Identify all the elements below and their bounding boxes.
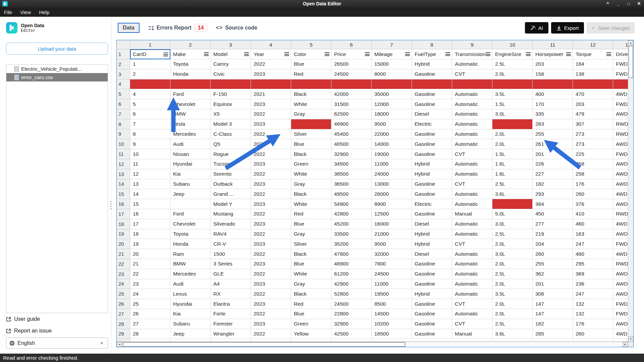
column-menu-icon[interactable] — [566, 52, 571, 56]
vertical-scroll-thumb[interactable] — [629, 46, 633, 78]
cell[interactable]: 19500 — [372, 289, 412, 299]
cell[interactable]: 3.0L — [492, 219, 533, 229]
cell[interactable]: Forester — [211, 319, 251, 329]
row-number[interactable]: 24 — [117, 279, 130, 289]
column-menu-icon[interactable] — [163, 53, 168, 56]
cell[interactable]: 226 — [533, 159, 573, 169]
cell[interactable]: Automatic — [452, 159, 492, 169]
column-number-header[interactable]: 6 — [331, 40, 372, 49]
cell[interactable]: 158 — [533, 69, 573, 79]
cell[interactable]: 42900 — [331, 279, 372, 289]
cell[interactable]: Mustang — [211, 209, 251, 219]
column-number-header[interactable]: 4 — [251, 40, 291, 49]
cell[interactable]: FWD — [613, 309, 628, 319]
error-cell[interactable] — [211, 79, 251, 89]
cell[interactable]: RAV4 — [211, 229, 251, 239]
cell[interactable]: 19000 — [372, 149, 412, 159]
file-item-selected[interactable]: error_cars.csv — [6, 73, 108, 81]
row-number[interactable]: 13 — [117, 169, 130, 179]
cell[interactable]: 2022 — [251, 229, 291, 239]
cell[interactable]: Jeep — [170, 189, 211, 199]
cell[interactable]: 255 — [533, 129, 573, 139]
column-menu-icon[interactable] — [325, 52, 329, 56]
column-number-header[interactable]: 11 — [533, 40, 573, 49]
cell[interactable]: 2023 — [251, 299, 291, 309]
cell[interactable]: 2.5L — [492, 269, 533, 279]
cell[interactable]: 261 — [533, 139, 573, 149]
cell[interactable]: Silver — [291, 129, 331, 139]
cell[interactable]: 283 — [533, 119, 573, 129]
error-cell[interactable] — [573, 79, 613, 89]
cell[interactable]: AWD — [613, 199, 628, 209]
cell[interactable]: 295 — [573, 259, 613, 269]
cell[interactable]: Audi — [170, 279, 211, 289]
cell[interactable]: 32000 — [372, 249, 412, 259]
cell[interactable]: 47800 — [331, 249, 372, 259]
file-item[interactable]: Electric_Vehicle_Populati... — [6, 65, 108, 73]
cell[interactable]: Hybrid — [412, 229, 452, 239]
cell[interactable]: RWD — [613, 129, 628, 139]
vertical-scrollbar[interactable]: ▲ ▼ — [628, 40, 633, 342]
cell[interactable]: 2022 — [251, 249, 291, 259]
cell[interactable]: Gray — [291, 229, 331, 239]
cell[interactable]: RWD — [613, 209, 628, 219]
cell[interactable]: Toyota — [170, 59, 211, 69]
field-header-cell[interactable]: Make — [170, 49, 211, 59]
cell[interactable]: 132 — [573, 299, 613, 309]
cell[interactable]: 2.5L — [492, 59, 533, 69]
cell[interactable]: 182 — [533, 319, 573, 329]
field-header-cell[interactable]: FuelType — [412, 49, 452, 59]
field-header-cell[interactable]: Price — [331, 49, 372, 59]
cell[interactable]: 285 — [533, 329, 573, 339]
cell[interactable]: Diesel — [412, 249, 452, 259]
field-header-cell[interactable]: Horsepower — [533, 49, 573, 59]
column-number-header[interactable]: 2 — [170, 40, 211, 49]
row-number[interactable]: 25 — [117, 289, 130, 299]
cell[interactable]: 35200 — [331, 239, 372, 249]
cell[interactable]: Ram — [170, 249, 211, 259]
maximize-window-icon[interactable]: □ — [626, 0, 631, 7]
expand-window-icon[interactable]: ^ — [605, 0, 610, 7]
cell[interactable]: 384 — [533, 199, 573, 209]
cell[interactable]: FWD — [613, 149, 628, 159]
cell[interactable]: AWD — [613, 269, 628, 279]
cell[interactable]: 258 — [573, 159, 613, 169]
cell[interactable]: Red — [291, 69, 331, 79]
cell[interactable]: 18500 — [372, 329, 412, 339]
cell[interactable]: 8 — [130, 129, 170, 139]
cell[interactable]: Green — [291, 159, 331, 169]
cell[interactable]: 26500 — [331, 59, 372, 69]
cell[interactable]: 2.0L — [492, 279, 533, 289]
cell[interactable]: 2022 — [251, 109, 291, 119]
column-menu-icon[interactable] — [284, 52, 289, 56]
cell[interactable]: Hybrid — [412, 59, 452, 69]
cell[interactable]: 9500 — [372, 119, 412, 129]
cell[interactable]: 42500 — [331, 329, 372, 339]
cell[interactable]: Hyundai — [170, 299, 211, 309]
report-an-issue-link[interactable]: Report an issue — [6, 328, 52, 334]
cell[interactable]: FWD — [613, 99, 628, 109]
column-number-header[interactable]: 9 — [452, 40, 492, 49]
cell[interactable]: Grand ... — [211, 189, 251, 199]
column-number-header[interactable]: 12 — [573, 40, 613, 49]
column-menu-icon[interactable] — [204, 52, 209, 56]
cell[interactable]: CVT — [452, 239, 492, 249]
cell[interactable]: 14 — [130, 189, 170, 199]
error-cell[interactable] — [613, 79, 628, 89]
cell[interactable]: 13000 — [372, 179, 412, 189]
row-number[interactable]: 22 — [117, 259, 130, 269]
cell[interactable]: Gasoline — [412, 319, 452, 329]
column-menu-icon[interactable] — [405, 52, 410, 56]
cell[interactable]: 4WD — [613, 249, 628, 259]
cell[interactable]: Gasoline — [412, 269, 452, 279]
cell[interactable]: Automatic — [452, 129, 492, 139]
cell[interactable]: 247 — [573, 289, 613, 299]
cell[interactable]: Automatic — [452, 169, 492, 179]
field-header-cell[interactable]: Mileage — [372, 49, 412, 59]
error-cell[interactable] — [291, 119, 331, 129]
cell[interactable]: 19 — [130, 239, 170, 249]
cell[interactable]: Subaru — [170, 179, 211, 189]
cell[interactable]: 18000 — [372, 109, 412, 119]
column-number-header[interactable]: 8 — [412, 40, 452, 49]
cell[interactable]: Blue — [291, 259, 331, 269]
